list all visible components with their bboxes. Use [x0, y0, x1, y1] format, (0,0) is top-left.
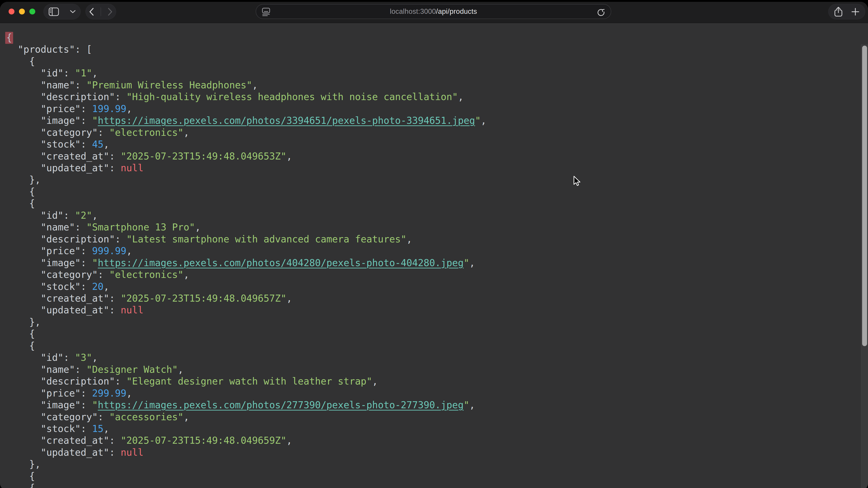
traffic-light-zoom[interactable]: [29, 8, 35, 14]
code-line: "products": [: [6, 43, 852, 55]
url-text: localhost:3000/api/products: [256, 7, 611, 15]
address-bar[interactable]: localhost:3000/api/products: [256, 4, 611, 19]
code-line: "description": "High-quality wireless he…: [6, 91, 852, 103]
chevron-down-icon: [70, 10, 75, 13]
code-line: "image": "https://images.pexels.com/phot…: [6, 115, 852, 127]
code-line: "category": "accessories",: [6, 411, 852, 423]
code-line: {: [6, 328, 852, 340]
code-line: {: [6, 56, 852, 67]
share-icon[interactable]: [834, 6, 842, 17]
image-url-link[interactable]: https://images.pexels.com/photos/404280/…: [98, 257, 464, 268]
code-line: "name": "Smartphone 13 Pro",: [6, 221, 852, 233]
code-line: },: [6, 458, 852, 470]
back-icon[interactable]: [89, 8, 94, 16]
browser-toolbar: localhost:3000/api/products: [0, 2, 868, 23]
nav-button-group: [86, 4, 116, 20]
code-line: {: [6, 32, 852, 43]
code-line: "price": 999.99,: [6, 245, 852, 257]
code-line: "id": "1",: [6, 67, 852, 79]
image-url-link[interactable]: https://images.pexels.com/photos/277390/…: [98, 399, 464, 411]
page-content: { "products": [ { "id": "1", "name": "Pr…: [0, 23, 868, 488]
code-line: "image": "https://images.pexels.com/phot…: [6, 399, 852, 411]
code-line: },: [6, 316, 852, 328]
code-line: "category": "electronics",: [6, 269, 852, 281]
code-line: "updated_at": null: [6, 162, 852, 174]
code-line: "name": "Premium Wireless Headphones",: [6, 79, 852, 91]
code-line: "image": "https://images.pexels.com/phot…: [6, 257, 852, 269]
code-line: {: [6, 470, 852, 482]
traffic-light-close[interactable]: [8, 8, 14, 14]
code-line: "stock": 15,: [6, 423, 852, 435]
code-line: "id": "3",: [6, 352, 852, 363]
code-line: {: [6, 482, 852, 488]
code-line: {: [6, 198, 852, 209]
code-line: {: [6, 340, 852, 352]
new-tab-icon[interactable]: [851, 8, 859, 15]
url-path: /api/products: [436, 7, 477, 15]
image-url-link[interactable]: https://images.pexels.com/photos/3394651…: [98, 115, 475, 126]
traffic-light-minimize[interactable]: [19, 8, 25, 14]
code-line: "updated_at": null: [6, 304, 852, 316]
code-line: {: [6, 186, 852, 198]
code-line: "id": "2",: [6, 210, 852, 221]
scrollbar-thumb[interactable]: [862, 46, 867, 346]
json-response-view: { "products": [ { "id": "1", "name": "Pr…: [6, 32, 852, 488]
sidebar-toggle-button[interactable]: [43, 4, 81, 20]
nav-divider: [101, 7, 101, 16]
code-line: "created_at": "2025-07-23T15:49:48.04965…: [6, 151, 852, 162]
code-line: "description": "Elegant designer watch w…: [6, 376, 852, 387]
safari-window: localhost:3000/api/products { "products"…: [0, 2, 868, 488]
page-icon[interactable]: [261, 8, 271, 16]
code-line: "price": 299.99,: [6, 387, 852, 399]
code-line: "description": "Latest smartphone with a…: [6, 233, 852, 245]
sidebar-icon: [49, 7, 59, 16]
code-line: "name": "Designer Watch",: [6, 364, 852, 376]
code-line: "price": 199.99,: [6, 103, 852, 115]
code-line: "category": "electronics",: [6, 127, 852, 138]
code-line: "updated_at": null: [6, 447, 852, 458]
code-line: "stock": 20,: [6, 281, 852, 293]
reload-icon[interactable]: [596, 7, 606, 17]
code-line: "created_at": "2025-07-23T15:49:48.04965…: [6, 435, 852, 447]
url-host: localhost:3000: [390, 7, 436, 15]
forward-icon[interactable]: [107, 8, 113, 16]
toolbar-actions-group: [828, 4, 865, 20]
code-line: "created_at": "2025-07-23T15:49:48.04965…: [6, 293, 852, 304]
code-line: "stock": 45,: [6, 138, 852, 150]
scrollbar[interactable]: [861, 44, 868, 488]
code-line: },: [6, 174, 852, 186]
